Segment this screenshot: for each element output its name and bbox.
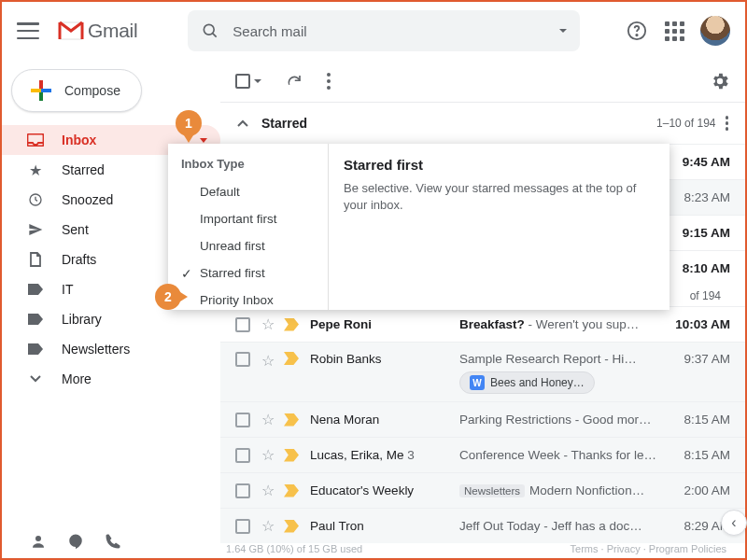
importance-icon[interactable] [284,484,299,497]
person-icon[interactable] [30,533,47,550]
mail-row[interactable]: ☆Educator's WeeklyNewslettersModern Nonf… [220,472,745,508]
bottom-bar [2,525,220,558]
checkbox[interactable] [235,448,250,463]
search-bar[interactable] [188,10,580,51]
storage-text: 1.64 GB (10%) of 15 GB used [226,543,362,554]
compose-label: Compose [64,83,120,98]
compose-button[interactable]: Compose [11,69,142,112]
inbox-type-option-priority[interactable]: Priority Inbox [168,287,328,314]
more-icon[interactable] [327,73,331,90]
label-icon [26,343,45,355]
chevron-down-icon [26,375,45,383]
checkbox[interactable] [235,317,250,332]
checkbox[interactable] [235,413,250,427]
clock-icon [26,192,45,207]
label-icon [26,314,45,325]
svg-line-1 [213,34,217,37]
send-icon [26,222,45,237]
chevron-up-icon [237,119,248,127]
menu-icon[interactable] [17,22,39,39]
plus-icon [31,80,51,101]
inbox-icon [26,133,45,147]
importance-icon[interactable] [284,520,299,533]
sidebar-item-more[interactable]: More [2,364,220,394]
checkbox[interactable] [235,352,250,367]
checkbox[interactable] [235,483,250,498]
mail-row[interactable]: ☆Robin BanksSample Research Report - Hi…… [220,342,745,401]
phone-icon[interactable] [105,533,121,550]
side-panel-toggle[interactable]: ‹ [721,510,747,536]
select-all-checkbox[interactable] [235,74,250,89]
file-icon [26,252,45,267]
sidebar-item-newsletters[interactable]: Newsletters [2,334,220,364]
star-icon: ★ [26,161,45,179]
label-icon [26,284,45,295]
svg-point-3 [636,35,637,35]
popup-detail-title: Starred first [344,157,655,173]
chevron-down-icon[interactable] [559,29,567,33]
label-tag[interactable]: Newsletters [459,484,525,497]
search-icon [201,21,219,40]
hangouts-icon[interactable] [67,533,84,550]
importance-icon[interactable] [284,352,299,365]
gmail-logo[interactable]: Gmail [58,20,137,42]
mail-row[interactable]: ☆Paul TronJeff Out Today - Jeff has a do… [220,508,745,543]
star-icon[interactable]: ☆ [261,517,275,535]
svg-point-6 [35,536,41,541]
more-icon[interactable] [726,116,729,131]
checkbox[interactable] [235,519,250,534]
inbox-type-caret[interactable] [200,138,207,143]
inbox-type-option-default[interactable]: Default [168,178,328,205]
star-icon[interactable]: ☆ [261,315,275,333]
chevron-down-icon[interactable] [254,79,261,83]
refresh-icon[interactable] [286,73,303,90]
header: Gmail [2,2,745,60]
callout-1: 1 [176,110,202,136]
section-header-starred[interactable]: Starred 1–10 of 194 [220,103,745,144]
inbox-type-option-unread[interactable]: Unread first [168,232,328,259]
avatar[interactable] [700,16,730,46]
help-icon[interactable] [626,20,648,42]
importance-icon[interactable] [284,413,299,427]
inbox-type-option-starred[interactable]: Starred first [168,259,328,287]
svg-point-0 [204,24,215,35]
star-icon[interactable]: ☆ [261,482,275,499]
popup-detail-body: Be selective. View your starred messages… [344,180,655,214]
popup-header: Inbox Type [168,153,328,178]
attachment-chip[interactable]: WBees and Honey… [459,371,595,394]
star-icon[interactable]: ☆ [261,446,275,464]
toolbar [220,60,745,103]
star-icon[interactable]: ☆ [261,352,275,370]
gear-icon[interactable] [710,71,730,91]
importance-icon[interactable] [284,449,299,462]
mail-row[interactable]: ☆Lucas, Erika, Me 3Conference Week - Tha… [220,437,745,472]
importance-icon[interactable] [284,318,299,331]
app-name: Gmail [88,20,137,42]
search-input[interactable] [231,22,556,40]
mail-row[interactable]: ☆Nena MoranParking Restrictions - Good m… [220,401,745,437]
inbox-type-option-important[interactable]: Important first [168,205,328,232]
star-icon[interactable]: ☆ [261,411,275,428]
callout-2: 2 [155,284,181,310]
inbox-type-popup: Inbox Type Default Important first Unrea… [168,144,669,310]
apps-icon[interactable] [663,20,685,42]
footer-links[interactable]: Terms · Privacy · Program Policies [571,543,726,554]
